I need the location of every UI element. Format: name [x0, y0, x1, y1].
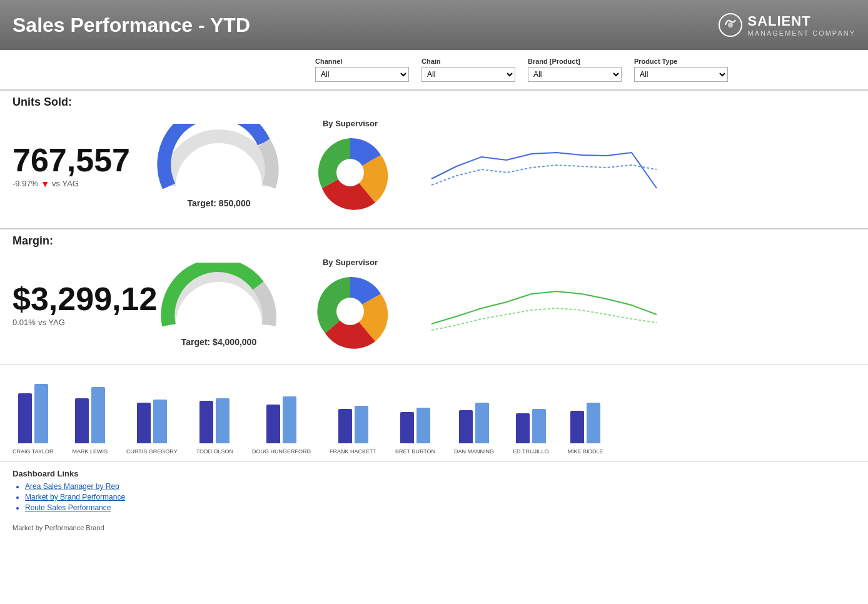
- bar-target: [355, 406, 368, 443]
- bar-person-name: ED TRUJILLO: [513, 448, 548, 455]
- logo-text-group: SALIENT MANAGEMENT COMPANY: [748, 13, 856, 37]
- page-title: Sales Performance - YTD: [13, 14, 250, 37]
- filter-chain: Chain All: [421, 58, 515, 82]
- link-area-sales-manager[interactable]: Area Sales Manager by Rep: [25, 482, 855, 491]
- bar-current: [338, 409, 352, 443]
- bar-group-bars: [516, 409, 546, 443]
- logo-salient: SALIENT: [748, 13, 856, 29]
- bar-group-bars: [570, 403, 600, 443]
- chain-label: Chain: [421, 58, 515, 65]
- margin-pct: 0.01%: [13, 318, 36, 327]
- channel-select[interactable]: All: [315, 67, 409, 82]
- bar-current: [199, 401, 213, 443]
- bar-target: [283, 396, 296, 443]
- dashboard-links: Dashboard Links Area Sales Manager by Re…: [0, 461, 868, 521]
- filter-product-type: Product Type All: [634, 58, 728, 82]
- units-sold-gauge: Target: 850,000: [150, 124, 288, 208]
- margin-value: $3,299,12: [13, 283, 150, 315]
- margin-metrics: $3,299,12 0.01% vs YAG Target: $4,000,00…: [0, 251, 868, 365]
- units-sold-pie-svg: [310, 132, 391, 213]
- margin-pie-title: By Supervisor: [323, 258, 378, 267]
- units-sold-pie-title: By Supervisor: [323, 119, 378, 128]
- product-type-select[interactable]: All: [634, 67, 728, 82]
- dashboard-links-title: Dashboard Links: [13, 469, 855, 478]
- bar-target: [475, 403, 489, 443]
- bar-person-name: MARK LEWIS: [73, 448, 108, 455]
- filters-row: Channel All Chain All Brand [Product] Al…: [0, 50, 868, 87]
- svg-point-3: [336, 298, 364, 325]
- margin-gauge-svg: [156, 263, 281, 335]
- bar-person-name: CURTIS GREGORY: [126, 448, 178, 455]
- link-route-sales[interactable]: Route Sales Performance: [25, 503, 855, 512]
- svg-point-2: [336, 159, 364, 186]
- margin-pie-svg: [310, 271, 391, 352]
- bar-group-bars: [266, 396, 296, 443]
- margin-pie-area: By Supervisor: [288, 258, 413, 352]
- margin-yag: vs YAG: [38, 318, 65, 327]
- units-sold-number-area: 767,557 -9.97% ▼ vs YAG: [13, 144, 150, 189]
- bar-group-bars: [459, 403, 489, 443]
- bar-group: TODD OLSON: [196, 398, 233, 455]
- brand-select[interactable]: All: [528, 67, 622, 82]
- units-sold-gauge-svg: [156, 124, 281, 196]
- bar-group: FRANK HACKETT: [330, 406, 376, 455]
- bar-group: CRAIG TAYLOR: [13, 384, 54, 455]
- margin-gauge-label: Target: $4,000,000: [181, 337, 256, 347]
- bar-person-name: FRANK HACKETT: [330, 448, 376, 455]
- brand-label: Brand [Product]: [528, 58, 622, 65]
- bar-group: DAN MANNING: [454, 403, 494, 455]
- bar-person-name: CRAIG TAYLOR: [13, 448, 54, 455]
- units-sold-yag: vs YAG: [52, 179, 79, 188]
- bar-group: ED TRUJILLO: [513, 409, 548, 455]
- bottom-label: Market by Performance Brand: [0, 521, 868, 534]
- bar-current: [137, 403, 151, 443]
- units-sold-trend: [413, 129, 855, 204]
- filter-brand: Brand [Product] All: [528, 58, 622, 82]
- chain-select[interactable]: All: [421, 67, 515, 82]
- bar-target: [91, 387, 105, 443]
- bar-current: [266, 405, 280, 443]
- salient-logo-icon: [718, 13, 743, 38]
- bar-current: [75, 398, 89, 443]
- margin-gauge: Target: $4,000,000: [150, 263, 288, 347]
- margin-number-area: $3,299,12 0.01% vs YAG: [13, 283, 150, 327]
- units-sold-arrow: ▼: [41, 179, 49, 189]
- bar-chart-row: CRAIG TAYLORMARK LEWISCURTIS GREGORYTODD…: [13, 378, 855, 455]
- bar-person-name: TODD OLSON: [196, 448, 233, 455]
- bar-group: MARK LEWIS: [73, 387, 108, 455]
- bar-current: [516, 413, 530, 443]
- margin-change: 0.01% vs YAG: [13, 318, 150, 327]
- bar-group-bars: [199, 398, 230, 443]
- bar-target: [216, 398, 230, 443]
- units-sold-change: -9.97% ▼ vs YAG: [13, 179, 150, 189]
- bar-person-name: MIKE BIDDLE: [567, 448, 603, 455]
- margin-trend: [413, 268, 855, 343]
- margin-trend-svg: [425, 268, 663, 343]
- bar-group-bars: [400, 408, 430, 443]
- units-sold-metrics: 767,557 -9.97% ▼ vs YAG Target: 850,000 …: [0, 113, 868, 226]
- units-sold-pie-area: By Supervisor: [288, 119, 413, 213]
- channel-label: Channel: [315, 58, 409, 65]
- bar-target: [532, 409, 546, 443]
- bar-current: [459, 410, 473, 443]
- units-sold-trend-svg: [425, 129, 663, 204]
- link-market-brand[interactable]: Market by Brand Performance: [25, 493, 855, 501]
- margin-section-label: Margin:: [0, 228, 868, 251]
- bar-current: [400, 412, 414, 443]
- bar-group-bars: [75, 387, 105, 443]
- bar-group-bars: [137, 400, 167, 443]
- units-sold-pct: -9.97%: [13, 179, 38, 188]
- product-type-label: Product Type: [634, 58, 728, 65]
- bar-current: [18, 393, 32, 443]
- bar-person-name: DAN MANNING: [454, 448, 494, 455]
- bar-target: [587, 403, 600, 443]
- main-content: Channel All Chain All Brand [Product] Al…: [0, 50, 868, 604]
- bar-current: [570, 411, 584, 443]
- units-sold-value: 767,557: [13, 144, 150, 176]
- bar-group: MIKE BIDDLE: [567, 403, 603, 455]
- filter-channel: Channel All: [315, 58, 409, 82]
- bar-group: DOUG HUNGERFORD: [252, 396, 311, 455]
- bar-group-bars: [18, 384, 48, 443]
- bar-group: BRET BURTON: [395, 408, 435, 455]
- company-logo: SALIENT MANAGEMENT COMPANY: [718, 13, 856, 38]
